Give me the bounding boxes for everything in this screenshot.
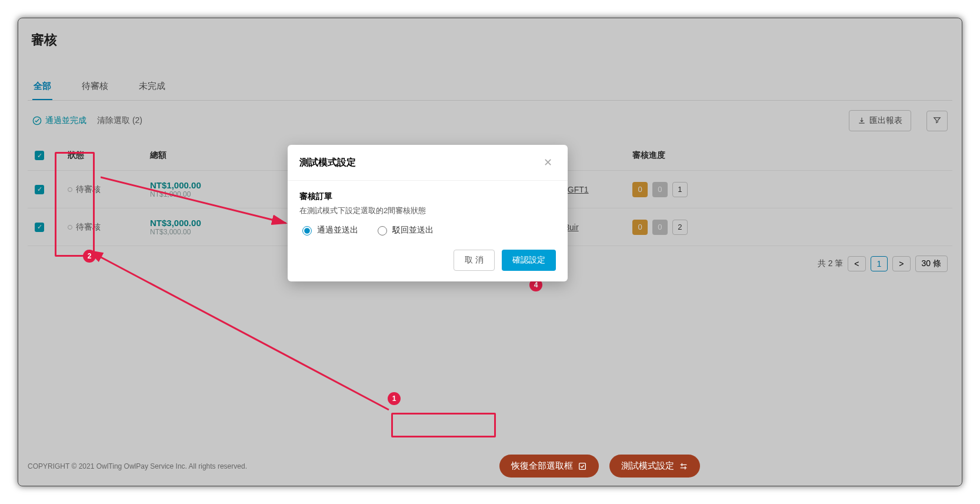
cancel-button[interactable]: 取 消 [454, 250, 495, 271]
tab-all[interactable]: 全部 [32, 72, 52, 100]
tab-incomplete[interactable]: 未完成 [138, 72, 166, 100]
radio-reject[interactable]: 駁回並送出 [375, 224, 434, 236]
progress-cell: 0 0 2 [628, 208, 952, 246]
check-circle-icon [32, 116, 42, 125]
check-square-icon [578, 462, 587, 471]
tab-pending[interactable]: 待審核 [81, 72, 109, 100]
page-title: 審核 [28, 18, 952, 49]
svg-rect-1 [579, 463, 586, 469]
filter-icon [933, 116, 941, 124]
col-status: 狀態 [63, 141, 145, 171]
modal-subtitle: 審核訂單 [299, 191, 556, 202]
modal-desc: 在測試模式下設定選取的2間審核狀態 [299, 205, 556, 216]
download-icon [858, 117, 866, 125]
modal-title: 測試模式設定 [299, 157, 356, 169]
header-checkbox[interactable] [35, 151, 44, 160]
copyright: COPYRIGHT © 2021 OwlTing OwlPay Service … [28, 462, 247, 470]
row-checkbox[interactable] [35, 185, 44, 194]
filter-button[interactable] [926, 111, 948, 131]
export-button[interactable]: 匯出報表 [849, 110, 911, 131]
pass-and-complete-button[interactable]: 通過並完成 [32, 115, 86, 126]
page-size-select[interactable]: 30 條 [915, 256, 948, 272]
prev-button[interactable]: < [848, 256, 865, 271]
status-badge: 待審核 [68, 184, 141, 195]
tabs: 全部 待審核 未完成 [28, 72, 952, 101]
restore-all-button[interactable]: 恢復全部選取框 [499, 455, 599, 478]
test-mode-button[interactable]: 測試模式設定 [609, 455, 700, 478]
close-icon[interactable]: ✕ [540, 155, 556, 170]
test-mode-modal: 測試模式設定 ✕ 審核訂單 在測試模式下設定選取的2間審核狀態 通過並送出 駁回… [288, 145, 568, 281]
confirm-button[interactable]: 確認設定 [502, 250, 556, 271]
col-progress: 審核進度 [628, 141, 952, 171]
next-button[interactable]: > [892, 256, 910, 271]
row-checkbox[interactable] [35, 223, 44, 232]
clear-selection-button[interactable]: 清除選取 (2) [97, 115, 142, 126]
sliders-icon [679, 462, 688, 471]
status-badge: 待審核 [68, 222, 141, 233]
radio-pass[interactable]: 通過並送出 [299, 224, 358, 236]
progress-cell: 0 0 1 [628, 171, 952, 208]
page-button[interactable]: 1 [871, 256, 888, 271]
